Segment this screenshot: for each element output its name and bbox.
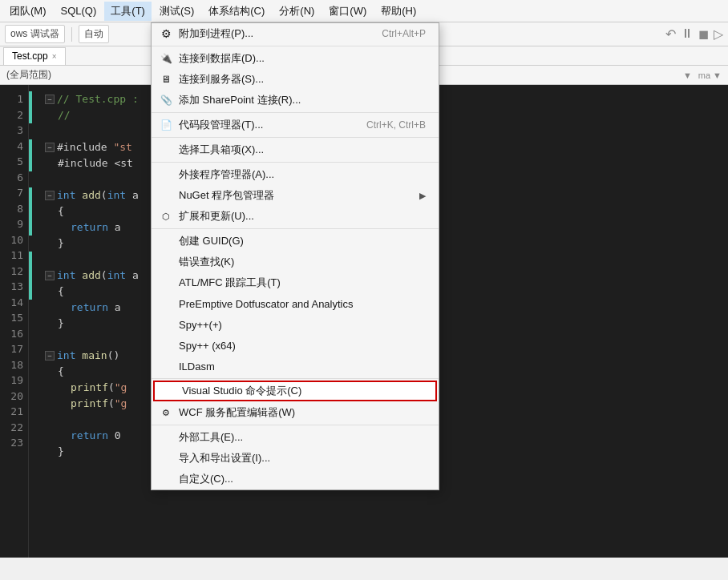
menu-attach-process[interactable]: ⚙ 附加到进程(P)... Ctrl+Alt+P	[152, 23, 439, 44]
pause-icon[interactable]: ⏸	[681, 26, 694, 42]
collapse-7[interactable]: −	[45, 191, 55, 200]
addon-icon	[158, 167, 174, 183]
menu-spy64[interactable]: Spy++ (x64)	[152, 335, 439, 356]
db-icon: 🔌	[158, 50, 174, 66]
nuget-icon	[158, 187, 174, 203]
error-lookup-icon	[158, 254, 174, 270]
menu-ildasm[interactable]: ILDasm	[152, 356, 439, 377]
menu-sql[interactable]: SQL(Q)	[55, 2, 103, 19]
wcf-icon: ⚙	[158, 405, 174, 421]
tab-close-button[interactable]: ×	[52, 52, 57, 61]
menu-bar: 团队(M) SQL(Q) 工具(T) 测试(S) 体系结构(C) 分析(N) 窗…	[0, 0, 728, 22]
menu-customize[interactable]: 自定义(C)...	[152, 469, 439, 489]
menu-architecture[interactable]: 体系结构(C)	[202, 2, 271, 21]
menu-import-export-settings[interactable]: 导入和导出设置(I)...	[152, 448, 439, 469]
snippet-icon: 📄	[158, 117, 174, 133]
dropdown-menu: ⚙ 附加到进程(P)... Ctrl+Alt+P 🔌 连接到数据库(D)... …	[151, 22, 439, 490]
menu-team[interactable]: 团队(M)	[3, 2, 53, 21]
menu-nuget[interactable]: NuGet 程序包管理器 ▶	[152, 185, 439, 206]
extensions-icon: ⬡	[158, 208, 174, 224]
menu-create-guid[interactable]: 创建 GUID(G)	[152, 231, 439, 252]
menu-analyze[interactable]: 分析(N)	[273, 2, 321, 21]
line-numbers: 1 2 3 4 5 6 7 8 9 10 11 12 13 14 15 16 1…	[0, 85, 29, 558]
menu-test[interactable]: 测试(S)	[153, 2, 200, 21]
mode-label: 自动	[79, 25, 109, 43]
menu-addon-manager[interactable]: 外接程序管理器(A)...	[152, 164, 439, 185]
external-tools-icon	[158, 429, 174, 445]
sharepoint-icon: 📎	[158, 92, 174, 108]
atl-icon	[158, 275, 174, 291]
customize-icon	[158, 471, 174, 487]
menu-help[interactable]: 帮助(H)	[374, 2, 423, 21]
toolbox-icon	[158, 142, 174, 158]
tab-filename: Test.cpp	[12, 50, 48, 62]
nuget-arrow: ▶	[419, 191, 426, 201]
menu-tools[interactable]: 工具(T)	[104, 2, 152, 21]
undo-icon[interactable]: ↶	[665, 26, 676, 42]
server-icon: 🖥	[158, 71, 174, 87]
tools-dropdown: ⚙ 附加到进程(P)... Ctrl+Alt+P 🔌 连接到数据库(D)... …	[151, 22, 439, 490]
collapse-17[interactable]: −	[45, 351, 55, 360]
menu-external-tools[interactable]: 外部工具(E)...	[152, 427, 439, 448]
menu-connect-server[interactable]: 🖥 连接到服务器(S)...	[152, 69, 439, 90]
menu-choose-toolbox[interactable]: 选择工具箱项(X)...	[152, 139, 439, 160]
settings-import-icon	[158, 450, 174, 466]
vs-prompt-icon	[161, 383, 177, 399]
menu-spy32[interactable]: Spy++(+)	[152, 314, 439, 335]
menu-add-sharepoint[interactable]: 📎 添加 SharePoint 连接(R)...	[152, 90, 439, 111]
dotfuscator-icon	[158, 296, 174, 312]
forward-icon[interactable]: ▷	[714, 26, 723, 42]
attach-icon: ⚙	[158, 26, 174, 42]
debugger-label: ows 调试器	[5, 25, 65, 43]
tab-testcpp[interactable]: Test.cpp ×	[3, 47, 66, 65]
ildasm-icon	[158, 358, 174, 374]
guid-icon	[158, 233, 174, 249]
menu-error-lookup[interactable]: 错误查找(K)	[152, 252, 439, 272]
scope-dropdown[interactable]: ▼	[683, 70, 692, 80]
menu-dotfuscator[interactable]: PreEmptive Dotfuscator and Analytics	[152, 293, 439, 314]
collapse-4[interactable]: −	[45, 143, 55, 152]
collapse-1[interactable]: −	[45, 95, 55, 104]
spy32-icon	[158, 316, 174, 332]
menu-vs-command-prompt[interactable]: Visual Studio 命令提示(C)	[153, 381, 437, 401]
breadcrumb: (全局范围)	[6, 68, 51, 82]
menu-connect-db[interactable]: 🔌 连接到数据库(D)...	[152, 48, 439, 69]
menu-wcf-config[interactable]: ⚙ WCF 服务配置编辑器(W)	[152, 402, 439, 423]
menu-atl-trace[interactable]: ATL/MFC 跟踪工具(T)	[152, 272, 439, 293]
menu-code-snippet-manager[interactable]: 📄 代码段管理器(T)... Ctrl+K, Ctrl+B	[152, 115, 439, 135]
toolbar-separator	[71, 27, 72, 42]
menu-window[interactable]: 窗口(W)	[322, 2, 373, 21]
menu-extensions[interactable]: ⬡ 扩展和更新(U)...	[152, 206, 439, 227]
collapse-12[interactable]: −	[45, 271, 55, 280]
member-dropdown[interactable]: ma ▼	[698, 70, 722, 80]
stop-icon[interactable]: ◼	[698, 26, 709, 42]
spy64-icon	[158, 337, 174, 353]
